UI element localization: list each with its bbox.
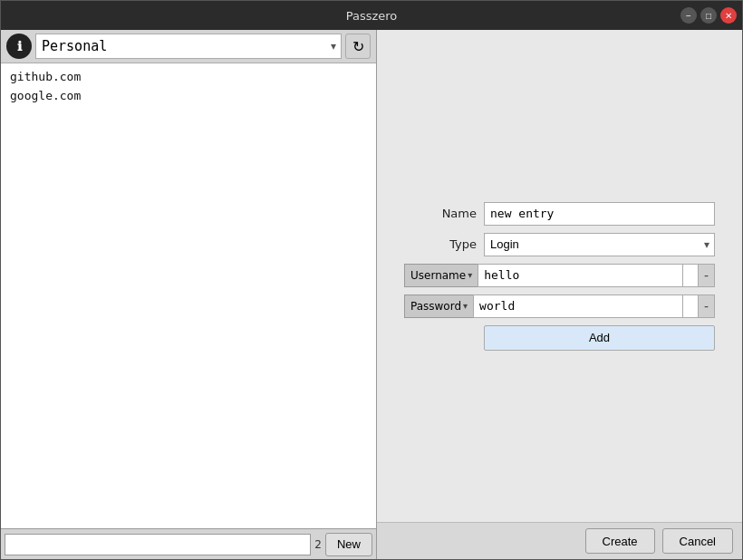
right-content: Name Type Login Credit Card Note — [377, 30, 742, 522]
name-label: Name — [404, 207, 477, 220]
username-label-button[interactable]: Username ▾ — [404, 264, 478, 287]
entry-item-google[interactable]: google.com — [1, 86, 376, 105]
titlebar: Passzero − □ ✕ — [1, 1, 742, 30]
type-label: Type — [404, 237, 477, 251]
refresh-button[interactable]: ↻ — [345, 34, 371, 59]
minimize-button[interactable]: − — [680, 7, 697, 24]
vault-select[interactable]: Personal — [35, 34, 342, 59]
username-input[interactable] — [478, 264, 682, 287]
add-field-button[interactable]: Add — [484, 325, 715, 351]
entry-list: github.com google.com — [1, 63, 376, 528]
left-panel: ℹ Personal ↻ github.com google.com 2 New — [1, 30, 377, 559]
left-toolbar: ℹ Personal ↻ — [1, 30, 376, 63]
password-dropdown-arrow: ▾ — [463, 301, 468, 311]
type-select-wrapper: Login Credit Card Note — [484, 233, 715, 256]
app-title: Passzero — [346, 9, 398, 23]
vault-select-wrapper: Personal — [35, 34, 342, 59]
right-panel: Name Type Login Credit Card Note — [377, 30, 742, 559]
password-remove-button[interactable]: - — [699, 294, 715, 318]
window-controls: − □ ✕ — [680, 7, 737, 24]
maximize-button[interactable]: □ — [700, 7, 717, 24]
password-input[interactable] — [473, 294, 682, 318]
cancel-button[interactable]: Cancel — [662, 528, 733, 554]
right-bottom-bar: Create Cancel — [377, 522, 742, 559]
close-button[interactable]: ✕ — [720, 7, 737, 24]
info-button[interactable]: ℹ — [6, 34, 32, 59]
name-row: Name — [404, 202, 715, 226]
username-remove-button[interactable]: - — [699, 264, 715, 287]
type-select[interactable]: Login Credit Card Note — [484, 233, 715, 256]
entry-form: Name Type Login Credit Card Note — [404, 202, 715, 351]
entry-item-github[interactable]: github.com — [1, 67, 376, 86]
password-label-button[interactable]: Password ▾ — [404, 294, 473, 318]
password-checkbox[interactable] — [682, 294, 699, 318]
password-row: Password ▾ - — [404, 294, 715, 318]
username-checkbox[interactable] — [682, 264, 699, 287]
left-bottom-bar: 2 New — [1, 528, 376, 559]
main-content: ℹ Personal ↻ github.com google.com 2 New — [1, 30, 742, 559]
app-window: Passzero − □ ✕ ℹ Personal ↻ github.com g… — [0, 0, 743, 560]
new-button[interactable]: New — [325, 533, 372, 556]
create-button[interactable]: Create — [585, 528, 655, 554]
username-dropdown-arrow: ▾ — [468, 270, 472, 280]
type-row: Type Login Credit Card Note — [404, 233, 715, 256]
page-indicator: 2 — [311, 538, 325, 551]
username-row: Username ▾ - — [404, 264, 715, 287]
password-label-text: Password — [410, 300, 461, 313]
name-input[interactable] — [484, 202, 715, 226]
search-input[interactable] — [5, 534, 311, 555]
username-label-text: Username — [410, 269, 466, 282]
